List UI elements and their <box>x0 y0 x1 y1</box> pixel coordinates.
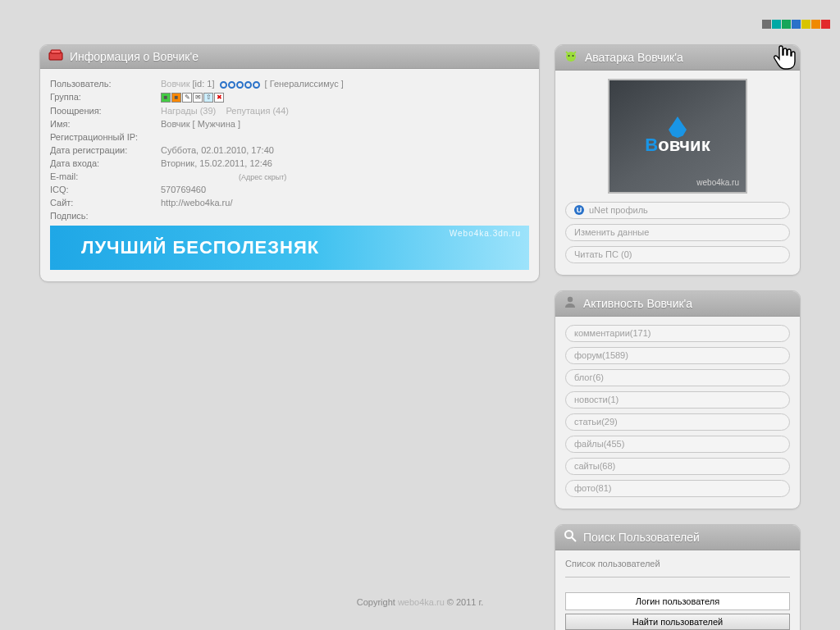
value-regip <box>161 130 529 144</box>
theme-swatch-blue[interactable] <box>792 20 801 29</box>
theme-picker <box>762 20 830 29</box>
activity-panel-header: Активность Вовчик'а <box>555 291 800 317</box>
theme-swatch-yellow[interactable] <box>801 20 810 29</box>
theme-swatch-green[interactable] <box>782 20 791 29</box>
avatar-image: Вовчик webo4ka.ru <box>608 79 747 194</box>
search-panel-title: Поиск Пользователей <box>583 531 700 544</box>
label-name: Имя: <box>50 117 161 130</box>
activity-files[interactable]: файлы(455) <box>565 436 790 453</box>
avatar-panel: Аватарка Вовчик'а Вовчик webo4ka.ru U uN… <box>555 44 801 276</box>
unet-profile-link[interactable]: U uNet профиль <box>565 202 790 219</box>
value-icq: 570769460 <box>161 183 529 196</box>
search-icon <box>564 529 577 545</box>
value-name: Вовчик [ Мужчина ] <box>161 117 529 130</box>
svg-point-4 <box>573 55 574 57</box>
svg-rect-1 <box>51 50 61 53</box>
label-regip: Регистрационный IP: <box>50 130 161 144</box>
info-panel: Информация о Вовчик'е Пользователь: Вовч… <box>39 44 540 282</box>
edit-profile-link[interactable]: Изменить данные <box>565 224 790 241</box>
label-icq: ICQ: <box>50 183 161 196</box>
activity-sites[interactable]: сайты(68) <box>565 458 790 475</box>
activity-list: комментарии(171) форум(1589) блог(6) нов… <box>555 317 800 509</box>
banner-sub-text: Webo4ka.3dn.ru <box>450 229 521 238</box>
avatar-panel-header: Аватарка Вовчик'а <box>555 45 800 71</box>
banner-main-text: ЛУЧШИЙ БЕСПОЛЕЗНЯК <box>81 237 319 258</box>
user-icon <box>564 295 577 311</box>
find-users-button[interactable] <box>565 614 790 630</box>
value-login: Вторник, 15.02.2011, 12:46 <box>161 157 529 170</box>
label-regdate: Дата регистрации: <box>50 144 161 157</box>
label-user: Пользователь: <box>50 77 161 90</box>
activity-blog[interactable]: блог(6) <box>565 369 790 386</box>
search-panel: Поиск Пользователей Список пользователей <box>555 524 801 630</box>
read-pm-link[interactable]: Читать ПС (0) <box>565 246 790 263</box>
value-email: (Адрес скрыт) <box>161 170 529 183</box>
label-signature: Подпись: <box>50 209 161 222</box>
svg-point-3 <box>568 55 570 57</box>
search-panel-header: Поиск Пользователей <box>555 525 800 550</box>
label-group: Группа: <box>50 90 161 104</box>
value-regdate: Суббота, 02.01.2010, 17:40 <box>161 144 529 157</box>
info-icon <box>48 49 63 63</box>
activity-panel-title: Активность Вовчик'а <box>583 297 692 310</box>
footer: Copyright webo4ka.ru © 2011 г. <box>0 597 840 607</box>
theme-swatch-orange[interactable] <box>811 20 820 29</box>
value-user: Вовчик [id: 1] [ Генералиссимус ] <box>161 77 529 90</box>
avatar-url: webo4ka.ru <box>696 178 739 187</box>
theme-swatch-red[interactable] <box>821 20 830 29</box>
reputation-link[interactable]: Репутация (44) <box>226 106 289 116</box>
label-site: Сайт: <box>50 196 161 209</box>
awards-link[interactable]: Награды (39) <box>161 106 216 116</box>
activity-news[interactable]: новости(1) <box>565 391 790 409</box>
value-group: ■ ■ ✎ ✉ ⇧ ✖ <box>161 90 529 104</box>
theme-swatch-teal[interactable] <box>772 20 781 29</box>
info-panel-header: Информация о Вовчик'е <box>40 45 539 69</box>
activity-photo[interactable]: фото(81) <box>565 480 790 497</box>
activity-comments[interactable]: комментарии(171) <box>565 325 790 342</box>
rank-icon <box>220 81 260 89</box>
divider <box>565 577 790 578</box>
value-rewards: Награды (39) Репутация (44) <box>161 104 529 117</box>
value-site-link[interactable]: http://webo4ka.ru/ <box>161 198 232 208</box>
footer-brand[interactable]: webo4ka.ru <box>398 597 445 607</box>
signature-banner[interactable]: ЛУЧШИЙ БЕСПОЛЕЗНЯК Webo4ka.3dn.ru <box>50 226 529 270</box>
activity-panel: Активность Вовчик'а комментарии(171) фор… <box>555 290 801 509</box>
svg-point-5 <box>568 297 573 302</box>
activity-articles[interactable]: статьи(29) <box>565 413 790 431</box>
theme-swatch-gray[interactable] <box>762 20 771 29</box>
label-login: Дата входа: <box>50 157 161 170</box>
unet-icon: U <box>574 205 584 215</box>
label-email: E-mail: <box>50 170 161 183</box>
info-table: Пользователь: Вовчик [id: 1] [ Генералис… <box>50 77 529 222</box>
svg-point-6 <box>565 531 573 538</box>
activity-forum[interactable]: форум(1589) <box>565 347 790 364</box>
group-badges-icon: ■ ■ ✎ ✉ ⇧ ✖ <box>161 93 224 103</box>
svg-line-7 <box>572 537 576 541</box>
avatar-icon <box>564 49 578 65</box>
label-rewards: Поощрения: <box>50 104 161 117</box>
info-panel-title: Информация о Вовчик'е <box>70 50 199 63</box>
user-list-link[interactable]: Список пользователей <box>565 559 660 568</box>
avatar-panel-title: Аватарка Вовчик'а <box>585 51 683 64</box>
